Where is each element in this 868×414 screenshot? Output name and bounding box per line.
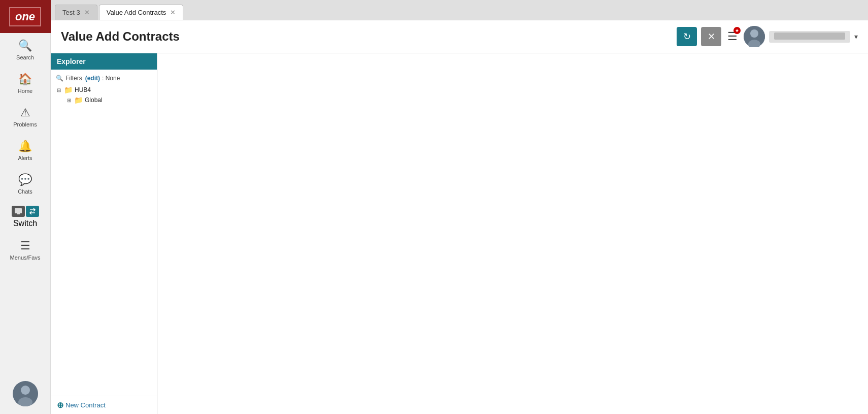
- sidebar-item-home[interactable]: 🏠 Home: [0, 67, 50, 100]
- tree-toggle-hub4[interactable]: ⊟: [56, 87, 62, 93]
- folder-icon-hub4: 📁: [64, 86, 73, 94]
- sidebar-item-label: Home: [18, 88, 32, 94]
- sidebar-item-label: Search: [16, 54, 34, 60]
- sidebar-item-chats[interactable]: 💬 Chats: [0, 167, 50, 201]
- tree-item-hub4[interactable]: ⊟ 📁 HUB4: [53, 85, 155, 95]
- tab-close-test3[interactable]: ✕: [84, 9, 90, 16]
- sidebar-item-label: Alerts: [18, 155, 32, 161]
- screen-icon: [14, 208, 22, 215]
- svg-rect-1: [17, 213, 20, 214]
- bottom-user-avatar[interactable]: [13, 381, 38, 406]
- chat-icon: 💬: [18, 173, 32, 186]
- folder-icon-global: 📁: [74, 96, 83, 104]
- tabs-bar: Test 3 ✕ Value Add Contracts ✕: [51, 0, 868, 20]
- user-section[interactable]: ▾: [744, 26, 858, 47]
- refresh-button[interactable]: ↻: [677, 27, 697, 46]
- tree-item-global[interactable]: ⊞ 📁 Global: [63, 95, 155, 105]
- tree-toggle-global[interactable]: ⊞: [66, 98, 72, 103]
- tab-close-value-add-contracts[interactable]: ✕: [170, 9, 176, 16]
- menu-button[interactable]: ☰ ★: [725, 28, 740, 45]
- tree-label-hub4: HUB4: [75, 86, 91, 93]
- right-panel: [157, 53, 868, 414]
- tab-label: Test 3: [62, 9, 80, 16]
- home-icon: 🏠: [18, 73, 32, 86]
- sidebar-item-label: Problems: [13, 121, 37, 128]
- sidebar-item-label: Switch: [13, 219, 37, 228]
- sidebar-item-switch[interactable]: Switch: [0, 201, 50, 233]
- sidebar-item-search[interactable]: 🔍 Search: [0, 33, 50, 67]
- filters-edit-link[interactable]: (edit): [85, 75, 100, 82]
- page-title: Value Add Contracts: [61, 29, 180, 44]
- filter-search-icon: 🔍: [56, 75, 63, 82]
- close-icon: ✕: [708, 31, 715, 42]
- main-area: Test 3 ✕ Value Add Contracts ✕ Value Add…: [51, 0, 868, 414]
- warning-icon: ⚠: [20, 106, 30, 119]
- explorer-footer: ⊕ New Contract: [51, 396, 157, 414]
- filters-text: Filters: [65, 75, 82, 82]
- switch-box-right: [26, 206, 39, 217]
- logo-text: one: [9, 7, 41, 26]
- tree-label-global: Global: [85, 97, 103, 104]
- notification-badge: ★: [733, 27, 741, 34]
- new-contract-link[interactable]: New Contract: [65, 401, 106, 409]
- user-dropdown-arrow[interactable]: ▾: [854, 33, 858, 41]
- svg-point-3: [21, 386, 30, 395]
- svg-point-6: [750, 29, 758, 38]
- tab-value-add-contracts[interactable]: Value Add Contracts ✕: [99, 5, 184, 20]
- header-bar: Value Add Contracts ↻ ✕ ☰ ★: [51, 20, 868, 53]
- filter-row: 🔍 Filters (edit): None: [53, 74, 155, 85]
- sidebar: one 🔍 Search 🏠 Home ⚠ Problems 🔔 Alerts …: [0, 0, 51, 414]
- tree-sub-hub4: ⊞ 📁 Global: [53, 95, 155, 105]
- bell-icon: 🔔: [18, 140, 32, 153]
- logo-button[interactable]: one: [0, 0, 51, 33]
- new-contract-icon: ⊕: [57, 400, 63, 410]
- sidebar-item-alerts[interactable]: 🔔 Alerts: [0, 134, 50, 167]
- switch-icons: [12, 206, 39, 217]
- sidebar-item-problems[interactable]: ⚠ Problems: [0, 100, 50, 134]
- avatar-image: [13, 381, 38, 406]
- content-area: Explorer 🔍 Filters (edit): None ⊟ 📁 HUB4…: [51, 53, 868, 414]
- switch-arrow-icon: [29, 208, 36, 215]
- svg-rect-0: [15, 208, 22, 213]
- user-avatar-image: [744, 26, 765, 47]
- sidebar-item-menus[interactable]: ☰ Menus/Favs: [0, 233, 50, 267]
- menu-icon: ☰: [20, 239, 30, 252]
- explorer-body: 🔍 Filters (edit): None ⊟ 📁 HUB4 ⊞ 📁 Glob…: [51, 70, 157, 396]
- tab-label: Value Add Contracts: [107, 9, 166, 16]
- close-button[interactable]: ✕: [701, 27, 721, 46]
- sidebar-bottom: [0, 381, 50, 414]
- tab-test3[interactable]: Test 3 ✕: [55, 5, 97, 20]
- filters-colon: : None: [102, 75, 120, 82]
- explorer-title: Explorer: [57, 57, 86, 66]
- switch-box-left: [12, 206, 25, 217]
- header-actions: ↻ ✕ ☰ ★: [677, 26, 858, 47]
- sidebar-item-label: Chats: [18, 188, 32, 195]
- refresh-icon: ↻: [683, 31, 691, 42]
- explorer-header: Explorer: [51, 53, 157, 70]
- user-name-display: [769, 31, 850, 43]
- user-avatar: [744, 26, 765, 47]
- explorer-panel: Explorer 🔍 Filters (edit): None ⊟ 📁 HUB4…: [51, 53, 157, 414]
- sidebar-item-label: Menus/Favs: [10, 254, 41, 261]
- search-icon: 🔍: [18, 39, 32, 52]
